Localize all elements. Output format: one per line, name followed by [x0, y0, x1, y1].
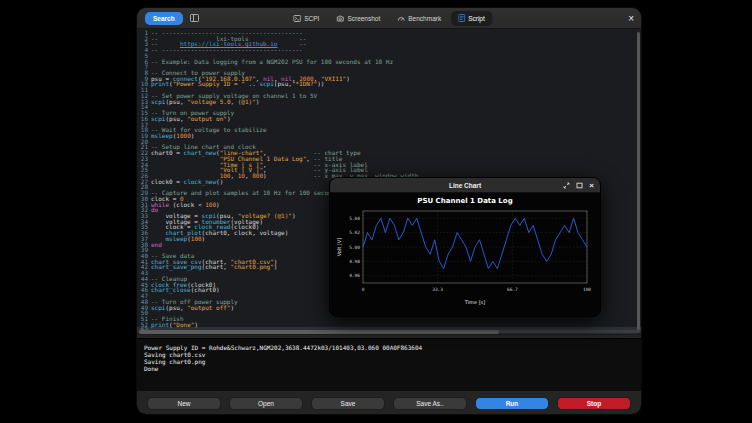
tab-label: SCPI: [304, 15, 319, 22]
tab-benchmark[interactable]: Benchmark: [390, 12, 448, 26]
app-titlebar: Search SCPIScreenshotBenchmarkScript ×: [137, 8, 641, 29]
console-line: Saving chart0.png: [144, 358, 634, 365]
svg-text:Time [s]: Time [s]: [464, 299, 485, 305]
tab-label: Screenshot: [347, 15, 380, 22]
svg-text:100: 100: [583, 287, 591, 292]
save-button[interactable]: Save: [311, 397, 385, 410]
console-line: Done: [144, 365, 634, 372]
code-text: scpi(psu, "output off"): [151, 305, 234, 311]
code-text: clock0 = clock_new(): [151, 179, 223, 185]
tab-screenshot[interactable]: Screenshot: [329, 12, 387, 26]
svg-text:66.7: 66.7: [507, 287, 518, 292]
script-icon: [458, 14, 465, 23]
horizontal-scrollbar-thumb[interactable]: [139, 330, 499, 334]
camera-icon: [336, 15, 344, 23]
tab-bar: SCPIScreenshotBenchmarkScript: [286, 8, 492, 29]
code-text: chart_save_png(chart, "chart0.png"): [151, 264, 277, 270]
svg-text:0: 0: [362, 287, 365, 292]
code-text: print("Power Supply ID = " .. scpi(psu,"…: [151, 81, 324, 87]
code-text: scpi(psu, "output on"): [151, 116, 231, 122]
chart-window-title: Line Chart: [449, 182, 481, 189]
vertical-scrollbar[interactable]: [637, 31, 640, 333]
desktop-background: Search SCPIScreenshotBenchmarkScript × 1…: [0, 0, 752, 423]
chart-window-controls: ×: [563, 178, 594, 193]
open-button[interactable]: Open: [229, 397, 303, 410]
chart-titlebar[interactable]: Line Chart ×: [330, 178, 600, 193]
window-controls: ×: [619, 8, 634, 29]
code-text: scpi(psu, "voltage 5.0, (@1)"): [151, 99, 259, 105]
code-text: end: [151, 242, 162, 248]
code-text: chart_close(chart0): [151, 287, 220, 293]
search-button[interactable]: Search: [145, 12, 183, 25]
save-as-button[interactable]: Save As..: [393, 397, 467, 410]
svg-text:5.04: 5.04: [349, 216, 360, 221]
terminal-icon: [293, 15, 301, 23]
svg-text:5.02: 5.02: [349, 230, 360, 235]
code-text: msleep(1000): [151, 133, 194, 139]
action-bar: NewOpenSaveSave As..RunStop: [147, 397, 631, 410]
panel-toggle-icon[interactable]: [190, 14, 199, 22]
new-button[interactable]: New: [147, 397, 221, 410]
expand-icon[interactable]: [563, 182, 570, 190]
svg-text:4.98: 4.98: [349, 259, 360, 264]
run-button[interactable]: Run: [475, 397, 549, 410]
console-output: Power Supply ID = Rohde&Schwarz,NGM202,3…: [137, 338, 641, 391]
gauge-icon: [397, 15, 405, 23]
stop-button[interactable]: Stop: [557, 397, 631, 410]
line-chart-window[interactable]: Line Chart × PSU Channel 1 Data Log 4.96…: [330, 178, 600, 316]
tab-script[interactable]: Script: [451, 11, 492, 26]
console-line: Power Supply ID = Rohde&Schwarz,NGM202,3…: [144, 344, 634, 351]
svg-text:5.00: 5.00: [349, 245, 360, 250]
vertical-scrollbar-thumb[interactable]: [637, 32, 640, 330]
console-line: Saving chart0.csv: [144, 351, 634, 358]
chart-close-icon[interactable]: ×: [589, 182, 594, 190]
code-text: print("Done"): [151, 322, 198, 328]
tab-scpi[interactable]: SCPI: [286, 12, 326, 26]
maximize-icon[interactable]: [576, 182, 583, 190]
line-chart-canvas: 4.964.985.005.025.04033.366.7100Time [s]…: [333, 207, 597, 313]
code-text: -- -------------------------------------…: [151, 47, 303, 53]
tab-label: Script: [468, 15, 485, 22]
chart-title: PSU Channel 1 Data Log: [330, 197, 600, 205]
horizontal-scrollbar[interactable]: [139, 330, 639, 334]
code-text: while (clock < 100): [151, 202, 220, 208]
tab-label: Benchmark: [408, 15, 441, 22]
close-icon[interactable]: ×: [628, 14, 634, 24]
code-text: -- Example: Data logging from a NGM202 P…: [151, 59, 393, 65]
svg-text:Volt [V]: Volt [V]: [336, 238, 342, 256]
chart-body: PSU Channel 1 Data Log 4.964.985.005.025…: [330, 193, 600, 316]
svg-text:33.3: 33.3: [432, 287, 443, 292]
app-window: Search SCPIScreenshotBenchmarkScript × 1…: [137, 8, 641, 414]
svg-text:4.96: 4.96: [349, 273, 360, 278]
